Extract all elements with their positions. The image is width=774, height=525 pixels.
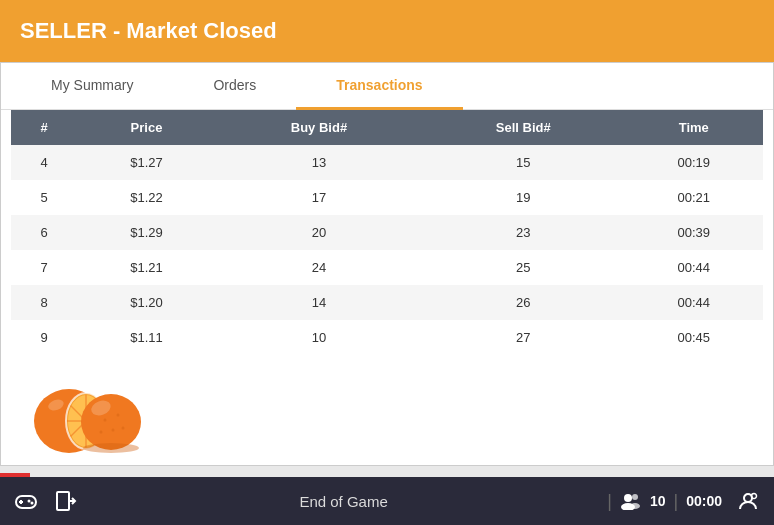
cell-price: $1.11 <box>77 320 215 355</box>
svg-point-28 <box>630 503 640 509</box>
svg-point-16 <box>122 427 125 430</box>
cell-price: $1.21 <box>77 250 215 285</box>
svg-point-14 <box>104 419 107 422</box>
table-row: 9 $1.11 10 27 00:45 <box>11 320 763 355</box>
col-header-price: Price <box>77 110 215 145</box>
table-header-row: # Price Buy Bid# Sell Bid# Time <box>11 110 763 145</box>
bottom-left-controls <box>12 487 80 515</box>
header: SELLER - Market Closed <box>0 0 774 62</box>
svg-point-22 <box>31 502 34 505</box>
tab-orders[interactable]: Orders <box>173 63 296 110</box>
group-settings-icon <box>737 490 759 512</box>
table-row: 8 $1.20 14 26 00:44 <box>11 285 763 320</box>
main-content: My Summary Orders Transactions # Price B… <box>0 62 774 466</box>
svg-point-11 <box>83 443 139 453</box>
cell-time: 00:44 <box>624 285 763 320</box>
divider-left: | <box>607 491 612 512</box>
svg-point-15 <box>112 429 115 432</box>
col-header-sell-bid: Sell Bid# <box>422 110 624 145</box>
players-icon <box>620 492 642 510</box>
cell-price: $1.27 <box>77 145 215 180</box>
cell-price: $1.29 <box>77 215 215 250</box>
status-text: End of Game <box>80 493 607 510</box>
cell-buy-bid: 17 <box>216 180 422 215</box>
cell-buy-bid: 10 <box>216 320 422 355</box>
transactions-table: # Price Buy Bid# Sell Bid# Time 4 $1.27 … <box>11 110 763 355</box>
cell-buy-bid: 14 <box>216 285 422 320</box>
exit-icon[interactable] <box>52 487 80 515</box>
svg-point-25 <box>624 494 632 502</box>
svg-point-10 <box>81 394 141 450</box>
gamepad-icon[interactable] <box>12 487 40 515</box>
transactions-table-container: # Price Buy Bid# Sell Bid# Time 4 $1.27 … <box>1 110 773 355</box>
cell-buy-bid: 13 <box>216 145 422 180</box>
cell-num: 7 <box>11 250 77 285</box>
cell-sell-bid: 26 <box>422 285 624 320</box>
orange-illustration <box>1 355 773 465</box>
cell-sell-bid: 23 <box>422 215 624 250</box>
tab-my-summary[interactable]: My Summary <box>11 63 173 110</box>
table-row: 5 $1.22 17 19 00:21 <box>11 180 763 215</box>
divider-right: | <box>674 491 679 512</box>
cell-time: 00:44 <box>624 250 763 285</box>
bottom-bar: End of Game | 10 | 00:00 <box>0 477 774 525</box>
cell-num: 5 <box>11 180 77 215</box>
cell-sell-bid: 15 <box>422 145 624 180</box>
cell-num: 4 <box>11 145 77 180</box>
cell-num: 6 <box>11 215 77 250</box>
cell-buy-bid: 24 <box>216 250 422 285</box>
svg-point-17 <box>100 431 103 434</box>
cell-num: 9 <box>11 320 77 355</box>
header-title: SELLER - Market Closed <box>20 18 277 43</box>
cell-buy-bid: 20 <box>216 215 422 250</box>
svg-rect-23 <box>57 492 69 510</box>
tab-bar: My Summary Orders Transactions <box>1 63 773 110</box>
cell-time: 00:39 <box>624 215 763 250</box>
orange-svg-image <box>21 375 151 455</box>
col-header-time: Time <box>624 110 763 145</box>
svg-point-29 <box>744 494 752 502</box>
cell-time: 00:19 <box>624 145 763 180</box>
svg-point-21 <box>28 500 31 503</box>
table-row: 6 $1.29 20 23 00:39 <box>11 215 763 250</box>
cell-sell-bid: 19 <box>422 180 624 215</box>
bottom-right-info: | 10 | 00:00 <box>607 487 762 515</box>
cell-sell-bid: 25 <box>422 250 624 285</box>
table-row: 4 $1.27 13 15 00:19 <box>11 145 763 180</box>
cell-num: 8 <box>11 285 77 320</box>
svg-point-30 <box>752 494 757 499</box>
cell-price: $1.22 <box>77 180 215 215</box>
svg-point-13 <box>117 414 120 417</box>
cell-time: 00:45 <box>624 320 763 355</box>
cell-price: $1.20 <box>77 285 215 320</box>
cell-sell-bid: 27 <box>422 320 624 355</box>
cell-time: 00:21 <box>624 180 763 215</box>
tab-transactions[interactable]: Transactions <box>296 63 462 110</box>
timer-display: 00:00 <box>686 493 722 509</box>
col-header-num: # <box>11 110 77 145</box>
svg-point-26 <box>632 494 638 500</box>
table-row: 7 $1.21 24 25 00:44 <box>11 250 763 285</box>
settings-icon[interactable] <box>734 487 762 515</box>
player-count: 10 <box>650 493 666 509</box>
col-header-buy-bid: Buy Bid# <box>216 110 422 145</box>
